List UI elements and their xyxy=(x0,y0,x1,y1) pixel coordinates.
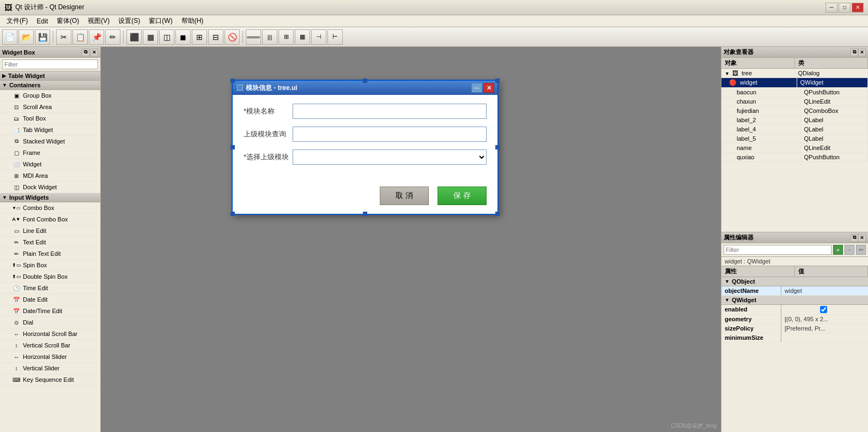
widget-item-double-spin-box[interactable]: ⬆▭ Double Spin Box xyxy=(0,271,100,283)
dialog-minimize-button[interactable]: ─ xyxy=(471,83,482,93)
widget-item-date-edit[interactable]: 📅 Date Edit xyxy=(0,294,100,305)
widget-filter-input[interactable] xyxy=(2,59,98,69)
category-table-widget[interactable]: ▶ Table Widget xyxy=(0,71,100,81)
resize-top-right[interactable] xyxy=(495,79,500,83)
input-module-name[interactable] xyxy=(293,104,487,119)
prop-section-qobject[interactable]: ▼ QObject xyxy=(721,277,868,286)
toolbar-align-right[interactable]: ▦ xyxy=(143,29,158,45)
widget-item-frame[interactable]: ▢ Frame xyxy=(0,147,100,159)
widget-box-float[interactable]: ⧉ xyxy=(82,49,89,56)
prop-value-minimumsize[interactable] xyxy=(781,333,868,342)
prop-section-qwidget[interactable]: ▼ QWidget xyxy=(721,296,868,305)
input-parent-query[interactable] xyxy=(293,127,487,142)
menu-help[interactable]: 帮助(H) xyxy=(177,15,208,27)
toolbar-new[interactable]: 📄 xyxy=(2,29,17,45)
widget-item-combo-box[interactable]: ▼▭ Combo Box xyxy=(0,202,100,214)
menu-window[interactable]: 窗口(W) xyxy=(144,15,177,27)
toolbar-preview[interactable]: 🚫 xyxy=(224,29,240,45)
widget-item-group-box[interactable]: ▣ Group Box xyxy=(0,90,100,101)
toolbar-paste[interactable]: 📌 xyxy=(89,29,104,45)
menu-form[interactable]: 窗体(O) xyxy=(52,15,83,27)
widget-item-scroll-area[interactable]: ⊡ Scroll Area xyxy=(0,101,100,113)
widget-item-line-edit[interactable]: ▭ Line Edit xyxy=(0,225,100,237)
toolbar-hlayout2[interactable]: ⊣ xyxy=(311,29,326,45)
toolbar-save[interactable]: 💾 xyxy=(35,29,50,45)
widget-item-tab-widget[interactable]: 📑 Tab Widget xyxy=(0,124,100,136)
toolbar-spacer[interactable]: ⊢ xyxy=(327,29,343,45)
widget-item-hscrollbar[interactable]: ↔ Horizontal Scroll Bar xyxy=(0,328,100,340)
toolbar-align-top[interactable]: ◫ xyxy=(159,29,174,45)
toolbar-formlayout[interactable]: ⊞ xyxy=(278,29,294,45)
toolbar-hlayout[interactable]: ═══ xyxy=(246,29,261,45)
widget-item-key-sequence-edit[interactable]: ⌨ Key Sequence Edit xyxy=(0,374,100,386)
resize-top-left[interactable] xyxy=(230,79,235,83)
inspector-float[interactable]: ⧉ xyxy=(851,49,858,56)
widget-item-spin-box[interactable]: ⬆▭ Spin Box xyxy=(0,260,100,271)
toolbar-copy[interactable]: 📋 xyxy=(72,29,88,45)
properties-float[interactable]: ⧉ xyxy=(851,234,858,242)
prop-value-objectname[interactable]: widget xyxy=(781,286,868,295)
inspector-row-tree[interactable]: ▼ 🖼 tree QDialog xyxy=(721,69,868,78)
widget-item-stacked-widget[interactable]: ⧉ Stacked Widget xyxy=(0,136,100,147)
widget-item-vscrollbar[interactable]: ↕ Vertical Scroll Bar xyxy=(0,340,100,351)
menu-file[interactable]: 文件(F) xyxy=(2,15,32,27)
category-containers[interactable]: ▼ Containers xyxy=(0,81,100,90)
toolbar-align-left[interactable]: ⬛ xyxy=(126,29,142,45)
dialog-close-button[interactable]: ✕ xyxy=(483,83,494,93)
toolbar-align-bottom[interactable]: ◼ xyxy=(175,29,191,45)
prop-value-geometry[interactable]: [(0, 0), 495 x 2... xyxy=(781,315,868,323)
save-button[interactable]: 保 存 xyxy=(438,187,487,205)
prop-remove-button[interactable]: − xyxy=(845,245,854,255)
minimize-button[interactable]: ─ xyxy=(825,3,837,13)
toolbar-break[interactable]: ⊟ xyxy=(208,29,223,45)
inspector-row-baocun[interactable]: baocun QPushButton xyxy=(721,88,868,97)
widget-item-hslider[interactable]: ↔ Horizontal Slider xyxy=(0,351,100,363)
inspector-row-widget[interactable]: 🔴 widget QWidget xyxy=(721,78,868,88)
select-parent-module[interactable] xyxy=(293,149,487,165)
menu-settings[interactable]: 设置(S) xyxy=(114,15,144,27)
menu-view[interactable]: 视图(V) xyxy=(83,15,114,27)
toolbar-edit[interactable]: ✏ xyxy=(105,29,120,45)
widget-item-dock-widget[interactable]: ◫ Dock Widget xyxy=(0,182,100,193)
category-input-widgets[interactable]: ▼ Input Widgets xyxy=(0,193,100,202)
maximize-button[interactable]: □ xyxy=(839,3,851,13)
properties-filter-input[interactable] xyxy=(724,245,831,255)
properties-close[interactable]: ✕ xyxy=(858,234,866,242)
toolbar-gridlayout[interactable]: ▦ xyxy=(295,29,310,45)
menu-edit[interactable]: Edit xyxy=(32,16,52,26)
enabled-checkbox[interactable] xyxy=(785,306,863,313)
inspector-row-label5[interactable]: label_5 QLabel xyxy=(721,134,868,143)
resize-bot-left[interactable] xyxy=(230,212,235,216)
inspector-row-fujiedian[interactable]: fujiedian QComboBox xyxy=(721,106,868,116)
toolbar-open[interactable]: 📂 xyxy=(19,29,34,45)
inspector-row-label2[interactable]: label_2 QLabel xyxy=(721,116,868,125)
prop-edit-button[interactable]: ✏ xyxy=(856,245,866,255)
inspector-row-name[interactable]: name QLineEdit xyxy=(721,143,868,153)
toolbar-vlayout[interactable]: ||| xyxy=(262,29,277,45)
inspector-row-chaxun[interactable]: chaxun QLineEdit xyxy=(721,97,868,106)
inspector-row-label4[interactable]: label_4 QLabel xyxy=(721,125,868,134)
widget-box-close[interactable]: ✕ xyxy=(90,49,98,56)
design-canvas[interactable]: 🖼 模块信息 - tree.ui ─ ✕ *模块名称 上级模块查询 xyxy=(101,47,721,432)
widget-item-datetime-edit[interactable]: 📅 Date/Time Edit xyxy=(0,305,100,317)
resize-bot-right[interactable] xyxy=(495,212,500,216)
resize-bot-center[interactable] xyxy=(363,212,367,216)
prop-value-enabled[interactable] xyxy=(781,305,868,314)
resize-mid-left[interactable] xyxy=(230,145,235,149)
widget-item-vslider[interactable]: ↕ Vertical Slider xyxy=(0,363,100,374)
inspector-row-quxiao[interactable]: quxiao QPushButton xyxy=(721,153,868,162)
widget-item-dial[interactable]: ⊙ Dial xyxy=(0,317,100,328)
cancel-button[interactable]: 取 消 xyxy=(380,187,429,205)
widget-item-mdi-area[interactable]: ⊞ MDI Area xyxy=(0,170,100,182)
widget-item-widget[interactable]: ⬜ Widget xyxy=(0,159,100,170)
close-button[interactable]: ✕ xyxy=(852,3,864,13)
resize-top-center[interactable] xyxy=(363,79,367,83)
widget-item-text-edit[interactable]: ✏ Text Edit xyxy=(0,237,100,248)
toolbar-cut[interactable]: ✂ xyxy=(56,29,71,45)
widget-item-font-combo-box[interactable]: A▼ Font Combo Box xyxy=(0,214,100,225)
inspector-close[interactable]: ✕ xyxy=(858,49,866,56)
widget-item-plain-text-edit[interactable]: ✏ Plain Text Edit xyxy=(0,248,100,260)
toolbar-grid[interactable]: ⊞ xyxy=(192,29,207,45)
prop-add-button[interactable]: + xyxy=(833,245,843,255)
widget-item-time-edit[interactable]: 🕐 Time Edit xyxy=(0,283,100,294)
